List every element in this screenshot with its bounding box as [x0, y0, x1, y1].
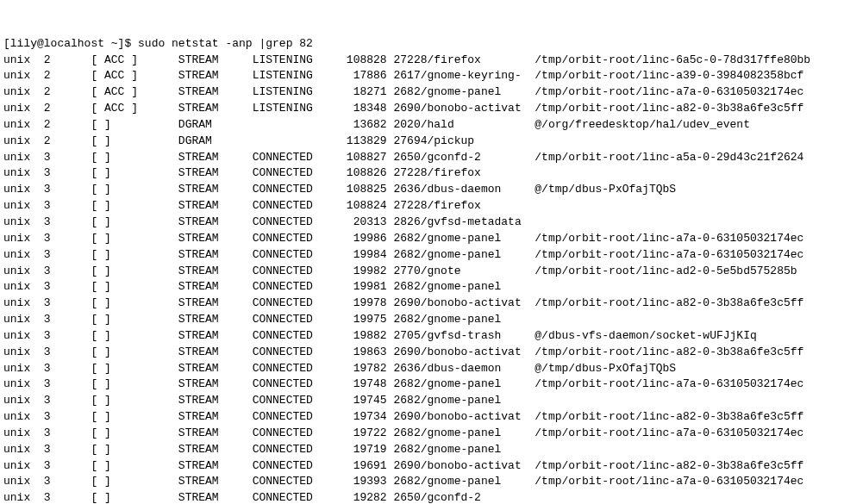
shell-prompt: [lily@localhost ~]$	[3, 37, 138, 50]
command-text: sudo netstat -anp |grep 82	[138, 37, 313, 50]
terminal-output: [lily@localhost ~]$ sudo netstat -anp |g…	[3, 36, 841, 504]
netstat-rows: unix 2 [ ACC ] STREAM LISTENING 108828 2…	[3, 53, 841, 504]
